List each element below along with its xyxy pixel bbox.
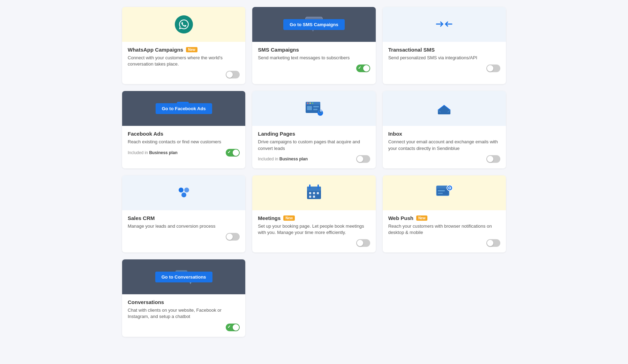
card-desc-landing-pages: Drive campaigns to custom pages that acq…: [258, 139, 370, 151]
card-desc-transactional: Send personalized SMS via integrations/A…: [388, 55, 500, 61]
card-sales-crm: Sales CRM Manage your leads and conversi…: [122, 175, 245, 252]
svg-point-25: [181, 192, 186, 197]
toggle-switch[interactable]: [486, 155, 500, 163]
card-body-transactional: Transactional SMS Send personalized SMS …: [383, 42, 506, 78]
card-image-meetings: [252, 175, 375, 210]
card-icon-whatsapp: [175, 15, 193, 33]
card-body-web-push: Web Push New Reach your customers with b…: [383, 210, 506, 252]
card-desc-inbox: Connect your email account and exchange …: [388, 139, 500, 151]
plan-text: Included in Business plan: [128, 150, 178, 155]
svg-rect-32: [317, 192, 319, 194]
card-inbox: Inbox Connect your email account and exc…: [383, 91, 506, 168]
cards-grid: WhatsApp Campaigns New Connect with your…: [122, 7, 506, 337]
plan-text: Included in Business plan: [258, 157, 308, 161]
goto-button-sms[interactable]: Go to SMS Campaigns: [283, 19, 344, 30]
svg-point-14: [312, 103, 313, 104]
svg-rect-38: [438, 193, 443, 194]
toggle-switch[interactable]: [486, 65, 500, 72]
card-title-text: Conversations: [128, 299, 164, 305]
svg-rect-37: [438, 190, 445, 191]
svg-point-23: [179, 188, 184, 192]
card-title-text: WhatsApp Campaigns: [128, 47, 183, 53]
svg-point-41: [449, 187, 450, 189]
card-image-transactional: [383, 7, 506, 42]
card-footer-facebook-ads: Included in Business plan ✓: [128, 149, 240, 157]
card-icon-web-push: [435, 184, 453, 201]
badge-new: New: [283, 215, 295, 221]
toggle-switch[interactable]: [226, 233, 240, 241]
card-image-sms: Go to SMS Campaigns: [252, 7, 375, 42]
svg-rect-15: [307, 106, 312, 110]
card-whatsapp: WhatsApp Campaigns New Connect with your…: [122, 7, 245, 84]
card-title-meetings: Meetings New: [258, 215, 370, 221]
card-footer-landing-pages: Included in Business plan: [258, 155, 370, 163]
card-desc-sales-crm: Manage your leads and conversion process: [128, 223, 240, 229]
card-body-meetings: Meetings New Set up your booking page. L…: [252, 210, 375, 252]
card-footer-inbox: [388, 155, 500, 163]
card-title-whatsapp: WhatsApp Campaigns New: [128, 47, 240, 53]
card-image-web-push: [383, 175, 506, 210]
toggle-switch[interactable]: [486, 239, 500, 247]
goto-button-conversations[interactable]: Go to Conversations: [155, 272, 212, 282]
card-image-conversations: Go to Conversations: [122, 259, 245, 294]
card-title-text: Sales CRM: [128, 215, 155, 221]
toggle-switch[interactable]: ✓: [356, 65, 370, 72]
card-footer-meetings: [258, 239, 370, 247]
card-image-inbox: [383, 91, 506, 126]
toggle-switch[interactable]: [226, 71, 240, 78]
card-footer-whatsapp: [128, 71, 240, 78]
card-title-conversations: Conversations: [128, 299, 240, 305]
card-body-conversations: Conversations Chat with clients on your …: [122, 294, 245, 336]
toggle-switch[interactable]: [356, 239, 370, 247]
badge-new: New: [186, 47, 197, 52]
toggle-switch[interactable]: [356, 155, 370, 163]
card-image-sales-crm: [122, 175, 245, 210]
card-image-landing-pages: [252, 91, 375, 126]
card-title-text: Inbox: [388, 131, 402, 137]
card-footer-sms: ✓: [258, 65, 370, 72]
card-title-facebook-ads: Facebook Ads: [128, 131, 240, 137]
svg-point-24: [184, 188, 189, 192]
card-title-sms: SMS Campaigns: [258, 47, 370, 53]
card-conversations: Go to Conversations Conversations Chat w…: [122, 259, 245, 336]
card-title-sales-crm: Sales CRM: [128, 215, 240, 221]
card-web-push: Web Push New Reach your customers with b…: [383, 175, 506, 252]
card-sms: Go to SMS Campaigns SMS Campaigns Send m…: [252, 7, 375, 84]
svg-rect-28: [309, 184, 311, 189]
card-body-sms: SMS Campaigns Send marketing text messag…: [252, 42, 375, 78]
svg-rect-30: [309, 192, 311, 194]
card-desc-conversations: Chat with clients on your website, Faceb…: [128, 307, 240, 320]
card-icon-landing-pages: [305, 100, 323, 117]
card-desc-facebook-ads: Reach existing contacts or find new cust…: [128, 139, 240, 145]
card-desc-meetings: Set up your booking page. Let people boo…: [258, 223, 370, 236]
card-body-inbox: Inbox Connect your email account and exc…: [383, 126, 506, 168]
goto-button-facebook-ads[interactable]: Go to Facebook Ads: [156, 103, 212, 114]
card-title-text: Facebook Ads: [128, 131, 163, 137]
card-title-inbox: Inbox: [388, 131, 500, 137]
card-title-text: Web Push: [388, 215, 413, 221]
svg-point-22: [320, 110, 322, 112]
card-transactional: Transactional SMS Send personalized SMS …: [383, 7, 506, 84]
card-image-facebook-ads: f Go to Facebook Ads: [122, 91, 245, 126]
card-image-whatsapp: [122, 7, 245, 42]
svg-point-13: [309, 103, 311, 104]
card-icon-transactional: [435, 17, 453, 32]
svg-point-12: [307, 103, 308, 104]
svg-rect-29: [317, 184, 319, 189]
card-title-text: Transactional SMS: [388, 47, 435, 53]
card-body-whatsapp: WhatsApp Campaigns New Connect with your…: [122, 42, 245, 84]
card-title-text: SMS Campaigns: [258, 47, 299, 53]
card-footer-conversations: ✓: [128, 324, 240, 331]
card-desc-whatsapp: Connect with your customers where the wo…: [128, 55, 240, 67]
card-desc-sms: Send marketing text messages to subscrib…: [258, 55, 370, 61]
card-body-sales-crm: Sales CRM Manage your leads and conversi…: [122, 210, 245, 246]
card-title-text: Meetings: [258, 215, 281, 221]
toggle-switch[interactable]: ✓: [226, 149, 240, 157]
toggle-switch[interactable]: ✓: [226, 324, 240, 331]
card-icon-meetings: [306, 184, 322, 201]
svg-rect-34: [313, 196, 315, 198]
card-title-web-push: Web Push New: [388, 215, 500, 221]
svg-rect-31: [313, 192, 315, 194]
badge-new: New: [416, 215, 428, 221]
svg-rect-16: [313, 106, 319, 107]
